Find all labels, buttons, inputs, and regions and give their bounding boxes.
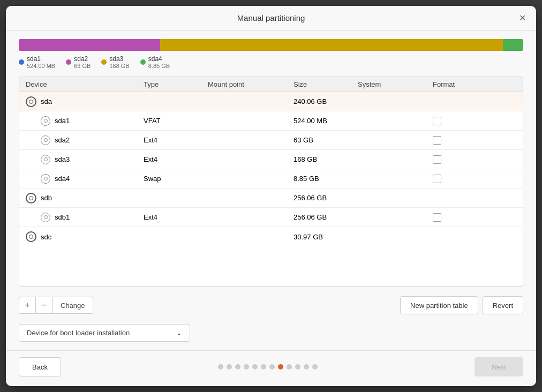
progress-dot-12 — [312, 364, 318, 370]
new-partition-table-button[interactable]: New partition table — [400, 296, 478, 314]
legend-sda2: sda2 63 GB — [66, 55, 91, 69]
type-sda2: Ext4 — [144, 136, 208, 144]
device-name-sda3: sda3 — [55, 155, 70, 163]
format-cell-sdb1 — [433, 213, 476, 222]
partition-icon-sda1 — [41, 116, 50, 126]
bar-sda4 — [503, 39, 523, 51]
format-checkbox-sda1[interactable] — [433, 117, 441, 125]
legend-sda1: sda1 524.00 MB — [19, 55, 55, 69]
table-row[interactable]: sda2 Ext4 63 GB — [19, 131, 523, 150]
legend-sda4: sda4 8.85 GB — [140, 55, 170, 69]
bar-sda1 — [19, 39, 160, 51]
format-cell-sda4 — [433, 175, 476, 183]
progress-dot-1 — [218, 364, 223, 370]
bottom-toolbar: + − Change New partition table Revert — [19, 294, 523, 316]
chevron-down-icon: ⌄ — [176, 329, 182, 337]
disk-icon-sdb — [26, 193, 36, 203]
legend-label-sda1: sda1 524.00 MB — [27, 55, 55, 69]
device-cell-sda: sda — [26, 96, 144, 107]
progress-dot-11 — [304, 364, 309, 370]
device-cell-sdb1: sdb1 — [26, 213, 144, 222]
close-button[interactable]: ✕ — [516, 12, 529, 25]
legend-dot-sda1 — [19, 59, 24, 65]
header-format: Format — [433, 80, 476, 88]
device-cell-sdc: sdc — [26, 231, 144, 242]
table-row[interactable]: sdc 30.97 GB — [19, 227, 523, 246]
table-row[interactable]: sdb 256.06 GB — [19, 189, 523, 208]
dialog-footer: Back Next — [6, 350, 536, 386]
device-name-sdc: sdc — [41, 233, 51, 241]
format-checkbox-sdb1[interactable] — [433, 213, 441, 222]
device-name-sdb1: sdb1 — [55, 213, 70, 221]
table-row[interactable]: sda3 Ext4 168 GB — [19, 150, 523, 169]
bar-sda23 — [160, 39, 503, 51]
add-partition-button[interactable]: + — [19, 297, 36, 314]
header-type: Type — [144, 80, 208, 88]
device-cell-sda3: sda3 — [26, 155, 144, 164]
table-row[interactable]: sda 240.06 GB — [19, 92, 523, 111]
type-sdb1: Ext4 — [144, 213, 208, 221]
legend-dot-sda4 — [140, 59, 146, 65]
header-size: Size — [293, 80, 358, 88]
size-sda4: 8.85 GB — [293, 175, 358, 183]
format-checkbox-sda2[interactable] — [433, 136, 441, 145]
size-sda2: 63 GB — [293, 136, 358, 144]
revert-button[interactable]: Revert — [483, 296, 523, 314]
size-sdc: 30.97 GB — [293, 233, 358, 241]
disk-bar — [19, 39, 523, 51]
device-cell-sda4: sda4 — [26, 174, 144, 184]
format-cell-sda1 — [433, 117, 476, 125]
disk-bar-container: sda1 524.00 MB sda2 63 GB sda3 168 GB — [19, 39, 523, 69]
legend-sda3: sda3 168 GB — [101, 55, 129, 69]
progress-dot-8 — [278, 364, 283, 370]
device-name-sda4: sda4 — [55, 175, 70, 183]
format-checkbox-sda4[interactable] — [433, 175, 441, 183]
table-row[interactable]: sda4 Swap 8.85 GB — [19, 169, 523, 189]
device-cell-sda1: sda1 — [26, 116, 144, 126]
back-button[interactable]: Back — [19, 357, 61, 376]
progress-dot-6 — [261, 364, 266, 370]
device-name-sdb: sdb — [41, 194, 52, 202]
type-sda3: Ext4 — [144, 155, 208, 163]
header-system: System — [358, 80, 433, 88]
format-checkbox-sda3[interactable] — [433, 155, 441, 164]
table-row[interactable]: sda1 VFAT 524.00 MB — [19, 111, 523, 131]
disk-legend: sda1 524.00 MB sda2 63 GB sda3 168 GB — [19, 55, 523, 69]
size-sda1: 524.00 MB — [293, 117, 358, 125]
partition-icon-sda2 — [41, 135, 50, 145]
progress-dot-7 — [269, 364, 275, 370]
partition-table: Device Type Mount point Size System Form… — [19, 77, 523, 287]
partition-icon-sda4 — [41, 174, 50, 184]
disk-icon-sda — [26, 96, 36, 107]
header-device: Device — [26, 80, 144, 88]
legend-label-sda3: sda3 168 GB — [109, 55, 129, 69]
type-sda1: VFAT — [144, 117, 208, 125]
bootloader-dropdown[interactable]: Device for boot loader installation ⌄ — [19, 324, 190, 342]
type-sda4: Swap — [144, 175, 208, 183]
disk-icon-sdc — [26, 231, 36, 242]
device-cell-sda2: sda2 — [26, 135, 144, 145]
size-sdb1: 256.06 GB — [293, 213, 358, 221]
format-cell-sda2 — [433, 136, 476, 145]
size-sda: 240.06 GB — [293, 97, 358, 105]
partition-icon-sdb1 — [41, 213, 50, 222]
legend-dot-sda3 — [101, 59, 107, 65]
format-cell-sda3 — [433, 155, 476, 164]
remove-partition-button[interactable]: − — [36, 297, 53, 314]
progress-dot-5 — [252, 364, 258, 370]
change-partition-button[interactable]: Change — [53, 297, 93, 314]
legend-dot-sda2 — [66, 59, 71, 65]
device-cell-sdb: sdb — [26, 193, 144, 203]
manual-partitioning-dialog: Manual partitioning ✕ sda1 524.00 MB — [6, 6, 536, 386]
table-row[interactable]: sdb1 Ext4 256.06 GB — [19, 208, 523, 227]
next-button[interactable]: Next — [475, 357, 523, 376]
progress-dot-2 — [227, 364, 232, 370]
progress-dot-3 — [235, 364, 240, 370]
progress-dot-9 — [287, 364, 292, 370]
dialog-title: Manual partitioning — [237, 13, 305, 22]
device-name-sda: sda — [41, 97, 52, 105]
header-mount: Mount point — [208, 80, 293, 88]
progress-dot-10 — [295, 364, 300, 370]
dialog-body: sda1 524.00 MB sda2 63 GB sda3 168 GB — [6, 31, 536, 350]
dialog-header: Manual partitioning ✕ — [6, 6, 536, 31]
